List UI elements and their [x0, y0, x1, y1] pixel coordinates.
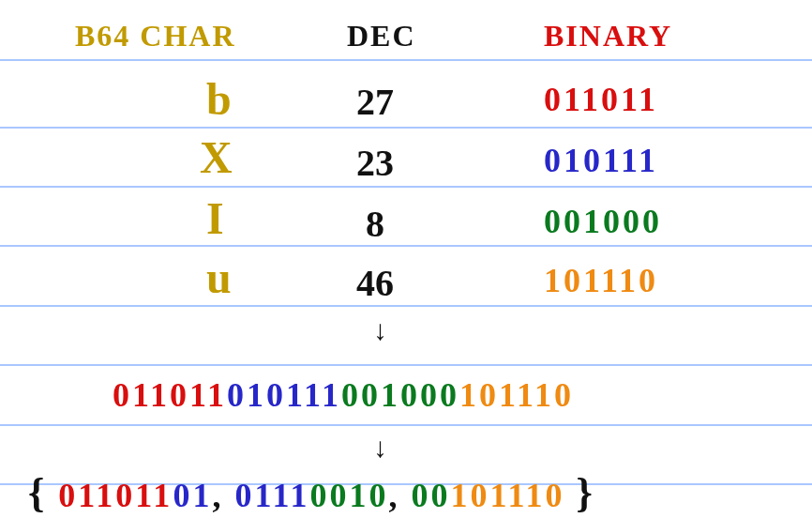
bin-011011: 011011 [544, 80, 658, 119]
char-i: I [206, 192, 224, 244]
brace-open: { [28, 470, 47, 516]
byte2-b: 101110 [450, 477, 564, 514]
comma: , [212, 477, 234, 514]
bin-101110: 101110 [544, 261, 658, 300]
dec-8: 8 [366, 202, 384, 246]
concat-seg-2: 001000 [341, 376, 459, 414]
byte0-b: 01 [173, 477, 212, 514]
rule-line [0, 186, 812, 188]
brace-close: } [576, 470, 594, 516]
arrow-icon: ↓ [373, 432, 387, 464]
byte1-b: 0010 [309, 477, 388, 514]
concat-bits: 011011010111001000101110 [113, 375, 574, 415]
comma: , [388, 477, 411, 514]
rule-line [0, 245, 812, 247]
rule-line [0, 424, 812, 426]
char-x: X [200, 131, 233, 183]
byte2-a: 00 [411, 477, 450, 514]
concat-seg-0: 011011 [113, 376, 227, 414]
header-dec: DEC [347, 19, 416, 53]
rule-line [0, 305, 812, 307]
arrow-icon: ↓ [373, 314, 387, 346]
header-char: B64 CHAR [75, 19, 236, 53]
rule-line [0, 127, 812, 129]
header-binary: BINARY [544, 19, 672, 53]
rule-line [0, 364, 812, 366]
dec-27: 27 [356, 80, 394, 124]
char-u: u [206, 251, 232, 303]
bin-001000: 001000 [544, 202, 662, 241]
diagram-root: B64 CHAR DEC BINARY b 27 011011 X 23 010… [0, 0, 812, 518]
char-b: b [206, 73, 232, 125]
byte1-a: 0111 [234, 477, 309, 514]
concat-seg-3: 101110 [459, 376, 574, 414]
byte0-a: 011011 [58, 477, 173, 514]
bin-010111: 010111 [544, 141, 658, 180]
rule-line [0, 59, 812, 61]
dec-23: 23 [356, 141, 394, 185]
dec-46: 46 [356, 261, 394, 305]
bytes-row: { 01101101, 01110010, 00101110 } [28, 469, 595, 517]
concat-seg-1: 010111 [227, 376, 341, 414]
